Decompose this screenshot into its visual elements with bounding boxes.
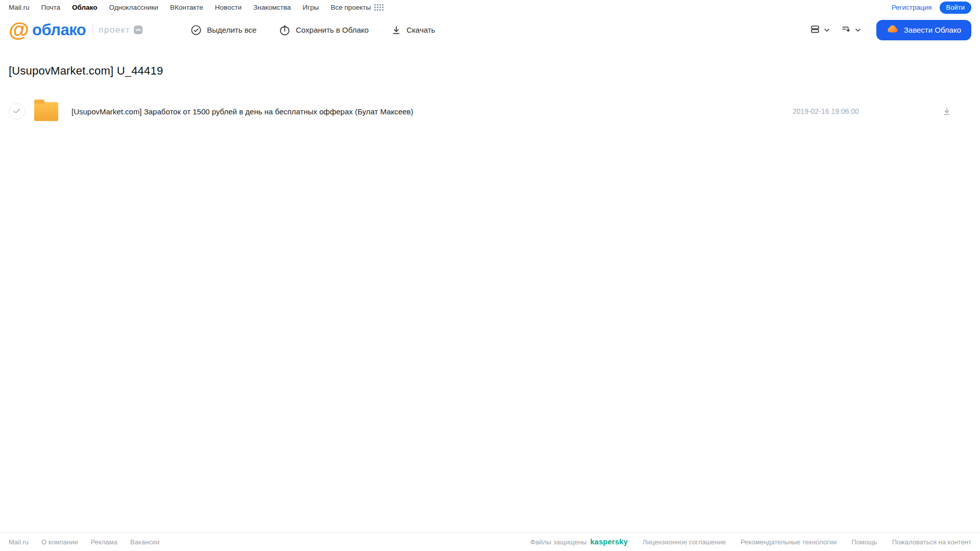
file-row[interactable]: [UsupovMarket.com] Заработок от 1500 руб… — [9, 99, 971, 124]
page-title: [UsupovMarket.com] U_44419 — [9, 64, 971, 78]
apps-grid-icon — [374, 4, 384, 11]
sort-icon — [841, 24, 851, 36]
share-toolbar: Выделить все Сохранить в Облако Скачат — [190, 25, 435, 36]
save-to-cloud-button[interactable]: Сохранить в Облако — [279, 25, 369, 36]
footer-link-help[interactable]: Помощь — [851, 538, 877, 546]
footer-link-license[interactable]: Лицензионное соглашение — [642, 538, 726, 546]
check-circle-icon — [190, 25, 202, 36]
topnav-link-dating[interactable]: Знакомства — [253, 4, 291, 11]
footer-link-about[interactable]: О компании — [41, 538, 78, 546]
footer-link-recommendations[interactable]: Рекомендательные технологии — [740, 538, 836, 546]
download-label: Скачать — [407, 26, 435, 34]
portal-links: Mail.ru Почта Облако Одноклассники ВКонт… — [9, 4, 384, 11]
sort-button[interactable] — [839, 21, 863, 39]
file-name[interactable]: [UsupovMarket.com] Заработок от 1500 руб… — [71, 107, 413, 116]
page-footer: Mail.ru О компании Реклама Вакансии Файл… — [0, 532, 980, 551]
get-cloud-button[interactable]: Завести Облако — [876, 20, 971, 40]
footer-company-links: Mail.ru О компании Реклама Вакансии — [9, 538, 159, 546]
portal-topbar: Mail.ru Почта Облако Одноклассники ВКонт… — [0, 0, 980, 15]
footer-link-report[interactable]: Пожаловаться на контент — [892, 538, 971, 546]
topnav-link-cloud[interactable]: Облако — [72, 4, 97, 11]
topnav-link-all-projects[interactable]: Все проекты — [330, 4, 384, 11]
view-mode-button[interactable] — [808, 21, 832, 39]
view-list-icon — [810, 24, 820, 36]
select-all-label: Выделить все — [207, 26, 256, 34]
vk-badge-icon: VK — [134, 26, 142, 34]
get-cloud-label: Завести Облако — [904, 26, 961, 34]
logo-text: облако — [32, 21, 86, 39]
cloud-header: @ облако проект VK Выделить все — [0, 15, 980, 45]
download-icon — [391, 25, 401, 35]
footer-legal-links: Файлы защищены kaspersky Лицензионное со… — [530, 538, 971, 546]
file-date: 2019-02-16 19:06:00 — [793, 107, 859, 115]
row-download-icon[interactable] — [942, 106, 952, 116]
orange-cloud-icon — [887, 25, 899, 35]
kaspersky-logo[interactable]: kaspersky — [590, 538, 628, 546]
protected-by-label: Файлы защищены — [530, 538, 586, 546]
select-all-button[interactable]: Выделить все — [190, 25, 256, 36]
kaspersky-protection: Файлы защищены kaspersky — [530, 538, 628, 546]
checkmark-icon — [13, 107, 20, 116]
registration-link[interactable]: Регистрация — [892, 4, 932, 11]
save-to-cloud-label: Сохранить в Облако — [296, 26, 369, 34]
topnav-link-news[interactable]: Новости — [215, 4, 242, 11]
project-label: проект — [99, 25, 130, 35]
footer-link-ads[interactable]: Реклама — [91, 538, 117, 546]
all-projects-label: Все проекты — [330, 4, 371, 11]
header-controls: Завести Облако — [808, 20, 971, 40]
topnav-link-odnoklassniki[interactable]: Одноклассники — [109, 4, 158, 11]
chevron-down-icon — [855, 26, 861, 34]
share-content: [UsupovMarket.com] U_44419 [UsupovMarket… — [0, 64, 980, 124]
mailru-at-icon: @ — [9, 19, 29, 40]
topnav-link-vkontakte[interactable]: ВКонтакте — [170, 4, 203, 11]
row-checkbox[interactable] — [9, 103, 25, 119]
login-button[interactable]: Войти — [940, 2, 971, 14]
topnav-link-mailru[interactable]: Mail.ru — [9, 4, 30, 11]
topnav-auth: Регистрация Войти — [892, 2, 971, 14]
chevron-down-icon — [824, 26, 830, 34]
topnav-link-games[interactable]: Игры — [303, 4, 319, 11]
footer-link-jobs[interactable]: Вакансии — [130, 538, 159, 546]
folder-icon — [34, 102, 58, 121]
cloud-upload-icon — [279, 25, 291, 36]
logo-divider — [92, 25, 93, 36]
download-button[interactable]: Скачать — [391, 25, 435, 35]
topnav-link-mail[interactable]: Почта — [41, 4, 61, 11]
cloud-logo[interactable]: @ облако проект VK — [9, 20, 142, 40]
footer-link-mailru[interactable]: Mail.ru — [9, 538, 29, 546]
